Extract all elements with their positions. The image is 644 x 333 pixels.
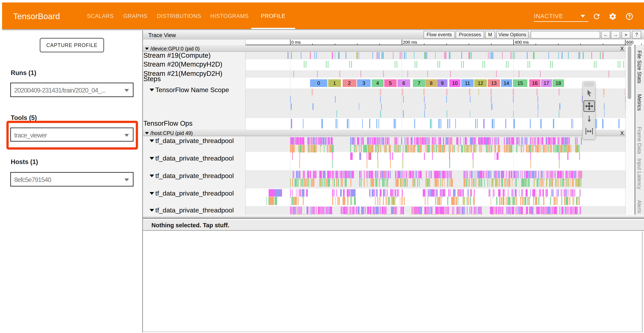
svg-text:7: 7 — [418, 80, 420, 86]
svg-text:1: 1 — [333, 80, 336, 86]
svg-text:10: 10 — [452, 80, 458, 86]
svg-text:16: 16 — [532, 80, 538, 86]
svg-text:4: 4 — [376, 80, 379, 86]
svg-text:12: 12 — [478, 80, 483, 86]
svg-text:5: 5 — [389, 80, 392, 86]
svg-text:17: 17 — [544, 80, 549, 86]
svg-text:8: 8 — [430, 80, 432, 86]
svg-text:2: 2 — [348, 80, 351, 86]
svg-text:3: 3 — [362, 80, 365, 86]
svg-text:18: 18 — [556, 80, 561, 86]
svg-text:0: 0 — [317, 80, 320, 86]
svg-text:6: 6 — [402, 80, 405, 86]
svg-text:9: 9 — [441, 80, 444, 86]
svg-text:13: 13 — [491, 80, 497, 86]
svg-text:11: 11 — [465, 80, 470, 86]
svg-text:15: 15 — [518, 80, 523, 86]
svg-text:14: 14 — [504, 80, 509, 86]
